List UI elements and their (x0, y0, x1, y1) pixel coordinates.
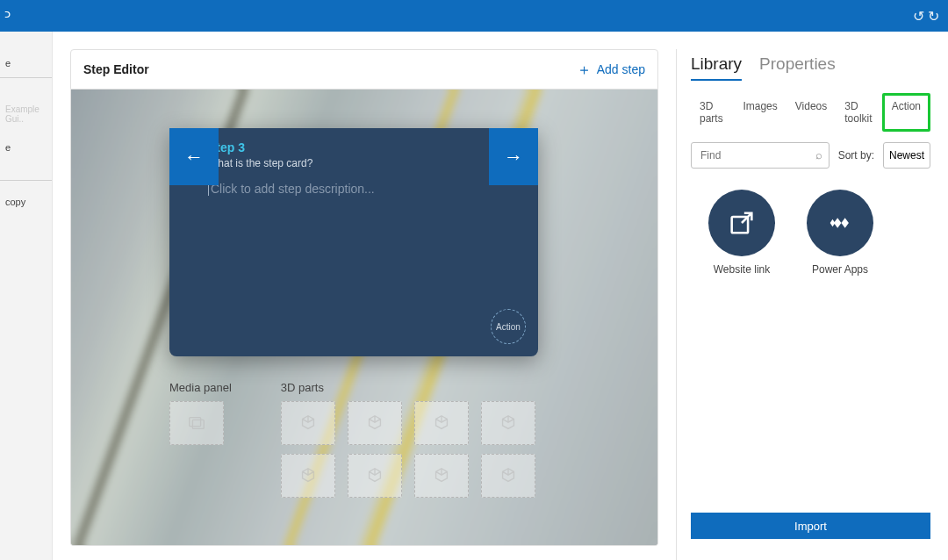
subtab-images[interactable]: Images (734, 93, 786, 132)
3d-part-slot[interactable] (348, 454, 402, 498)
action-powerapps-caption: Power Apps (812, 263, 868, 276)
3d-part-slot[interactable] (414, 454, 469, 498)
svg-rect-1 (192, 420, 204, 428)
sort-by-label: Sort by: (838, 149, 874, 162)
subtab-videos[interactable]: Videos (786, 93, 836, 132)
sidebar-item-copy[interactable]: copy (0, 180, 52, 217)
sidebar-item-3[interactable]: e (0, 133, 52, 162)
step-card[interactable]: ≔ Step 3 What is the step card? Click to… (169, 128, 538, 356)
3d-parts-group: 3D parts (281, 381, 535, 506)
add-step-button[interactable]: ＋ Add step (577, 60, 645, 80)
left-sidebar: e Example Gui.. e copy (0, 32, 53, 560)
editor-title: Step Editor (83, 62, 149, 76)
step-description-input[interactable]: Click to add step description... (169, 169, 538, 196)
action-drop-target[interactable]: Action (491, 309, 526, 344)
subtab-action[interactable]: Action (882, 93, 930, 132)
3d-part-slot[interactable] (481, 454, 535, 498)
titlebar-history-controls[interactable]: ↺ ↻ (913, 8, 939, 25)
3d-part-slot[interactable] (348, 401, 402, 445)
add-step-label: Add step (597, 62, 645, 76)
cube-icon (432, 466, 451, 485)
titlebar: ɔ ↺ ↻ (0, 0, 948, 32)
media-panel-group: Media panel (169, 381, 232, 506)
svg-rect-0 (190, 418, 201, 427)
cube-icon (298, 413, 318, 433)
import-button[interactable]: Import (691, 513, 930, 539)
action-website-caption: Website link (714, 263, 770, 276)
search-box: ⌕ (691, 142, 830, 169)
arrow-left-icon: ← (184, 146, 204, 169)
image-icon (187, 413, 206, 433)
action-website-link[interactable]: Website link (708, 190, 775, 276)
sidebar-item-1[interactable]: e (0, 49, 52, 78)
search-icon: ⌕ (815, 148, 822, 162)
editor-header: Step Editor ＋ Add step (70, 49, 658, 90)
tab-properties[interactable]: Properties (759, 54, 836, 81)
search-input[interactable] (691, 142, 830, 169)
sidebar-item-guide[interactable]: Example Gui.. (0, 96, 52, 133)
cube-icon (499, 413, 518, 433)
next-step-button[interactable]: → (489, 128, 538, 185)
plus-icon: ＋ (577, 60, 592, 80)
3d-parts-title: 3D parts (281, 381, 535, 394)
3d-part-slot[interactable] (281, 454, 335, 498)
right-panel: Library Properties 3D parts Images Video… (676, 49, 930, 560)
previous-step-button[interactable]: ← (169, 128, 219, 185)
media-panel-title: Media panel (169, 381, 232, 394)
titlebar-app-glyph: ɔ (4, 7, 11, 20)
cube-icon (432, 413, 451, 433)
media-slot[interactable] (169, 401, 224, 445)
power-apps-icon (825, 208, 855, 238)
cube-icon (298, 466, 318, 485)
cube-icon (365, 413, 384, 433)
3d-part-slot[interactable] (414, 401, 469, 445)
arrow-right-icon: → (504, 146, 523, 169)
subtab-3d-toolkit[interactable]: 3D toolkit (836, 93, 881, 132)
3d-part-slot[interactable] (281, 401, 335, 445)
step-question: What is the step card? (208, 157, 312, 169)
editor-stage: ← ≔ Step 3 What is the step card? Click … (70, 90, 658, 546)
tab-library[interactable]: Library (691, 54, 742, 81)
action-power-apps[interactable]: Power Apps (807, 190, 873, 276)
subtab-3d-parts[interactable]: 3D parts (691, 93, 734, 132)
step-number: Step 3 (208, 140, 312, 154)
cube-icon (499, 466, 518, 485)
3d-part-slot[interactable] (481, 401, 535, 445)
external-link-icon (727, 208, 757, 238)
sort-select[interactable]: Newest (883, 142, 930, 169)
cube-icon (365, 466, 384, 485)
